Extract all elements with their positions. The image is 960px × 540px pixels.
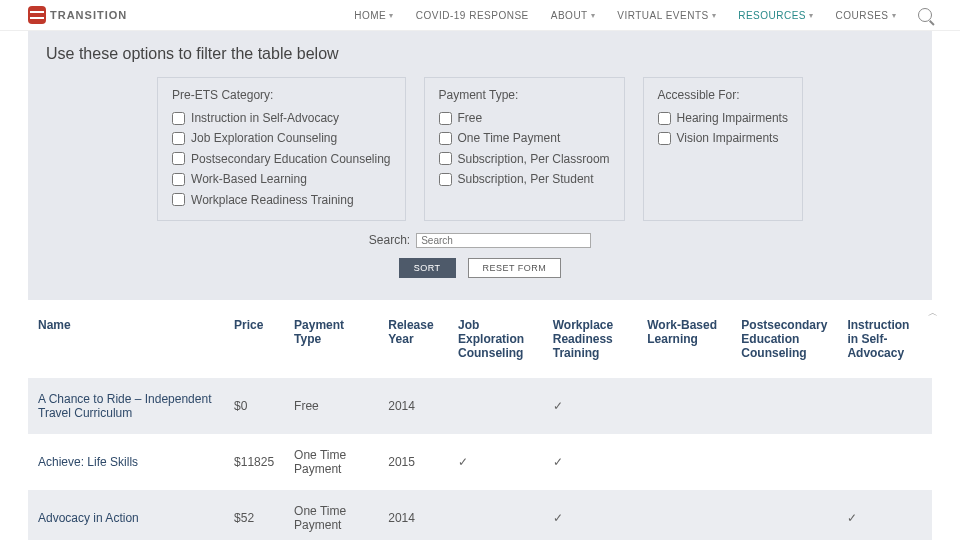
th-price[interactable]: Price — [224, 300, 284, 378]
table-row: A Chance to Ride – Independent Travel Cu… — [28, 378, 932, 434]
checkbox[interactable] — [658, 132, 671, 145]
filter-title: Use these options to filter the table be… — [46, 45, 914, 63]
th-pec[interactable]: Postsecondary Education Counseling — [731, 300, 837, 378]
checkbox[interactable] — [172, 152, 185, 165]
nav-courses[interactable]: COURSES▾ — [836, 10, 896, 21]
cell-price: $52 — [224, 490, 284, 540]
nav-covid[interactable]: COVID-19 RESPONSE — [416, 10, 529, 21]
chevron-down-icon: ▾ — [591, 11, 596, 20]
filter-option[interactable]: Instruction in Self-Advocacy — [172, 108, 390, 128]
filter-option[interactable]: Workplace Readiness Training — [172, 190, 390, 210]
filter-panel: Use these options to filter the table be… — [28, 31, 932, 300]
cell-wrt: ✓ — [543, 490, 637, 540]
filter-option[interactable]: One Time Payment — [439, 128, 610, 148]
cell-ptype: One Time Payment — [284, 490, 378, 540]
filter-groups: Pre-ETS Category: Instruction in Self-Ad… — [46, 77, 914, 221]
nav-home[interactable]: HOME▾ — [354, 10, 394, 21]
sort-button[interactable]: SORT — [399, 258, 456, 278]
table-header-row: Name Price Payment Type Release Year Job… — [28, 300, 932, 378]
cell-name: Achieve: Life Skills — [28, 434, 224, 490]
cell-wbl — [637, 490, 731, 540]
filter-option[interactable]: Hearing Impairments — [658, 108, 788, 128]
cell-name: A Chance to Ride – Independent Travel Cu… — [28, 378, 224, 434]
filter-option[interactable]: Postsecondary Education Counseling — [172, 149, 390, 169]
filter-option[interactable]: Vision Impairments — [658, 128, 788, 148]
cell-ptype: Free — [284, 378, 378, 434]
th-jec[interactable]: Job Exploration Counseling — [448, 300, 543, 378]
th-payment-type[interactable]: Payment Type — [284, 300, 378, 378]
search-row: Search: — [46, 233, 914, 248]
cell-price: $11825 — [224, 434, 284, 490]
nav-items: HOME▾ COVID-19 RESPONSE ABOUT▾ VIRTUAL E… — [354, 8, 932, 22]
cell-year: 2015 — [378, 434, 448, 490]
chevron-down-icon: ▾ — [892, 11, 897, 20]
filter-box-accessible: Accessible For: Hearing Impairments Visi… — [643, 77, 803, 221]
table-body: A Chance to Ride – Independent Travel Cu… — [28, 378, 932, 540]
brand-text: Transition — [50, 9, 127, 21]
cell-jec — [448, 378, 543, 434]
cell-wrt: ✓ — [543, 378, 637, 434]
filter-box-title: Pre-ETS Category: — [172, 88, 390, 102]
row-link[interactable]: Achieve: Life Skills — [38, 455, 138, 469]
cell-pec — [731, 490, 837, 540]
cell-pec — [731, 378, 837, 434]
cell-pec — [731, 434, 837, 490]
checkbox[interactable] — [439, 152, 452, 165]
cell-wbl — [637, 434, 731, 490]
row-link[interactable]: A Chance to Ride – Independent Travel Cu… — [38, 392, 211, 420]
checkbox[interactable] — [658, 112, 671, 125]
cell-isa — [837, 434, 932, 490]
chevron-down-icon: ▾ — [712, 11, 717, 20]
checkbox[interactable] — [439, 132, 452, 145]
filter-option[interactable]: Subscription, Per Classroom — [439, 149, 610, 169]
cell-isa — [837, 378, 932, 434]
filter-box-title: Payment Type: — [439, 88, 610, 102]
cell-year: 2014 — [378, 490, 448, 540]
results-table-wrap: ︿ Name Price Payment Type Release Year J… — [28, 300, 932, 540]
cell-year: 2014 — [378, 378, 448, 434]
row-link[interactable]: Advocacy in Action — [38, 511, 139, 525]
table-row: Advocacy in Action$52One Time Payment201… — [28, 490, 932, 540]
cell-wrt: ✓ — [543, 434, 637, 490]
cell-price: $0 — [224, 378, 284, 434]
checkbox[interactable] — [172, 173, 185, 186]
chevron-down-icon: ▾ — [389, 11, 394, 20]
checkbox[interactable] — [172, 132, 185, 145]
th-name[interactable]: Name — [28, 300, 224, 378]
logo-icon — [28, 6, 46, 24]
results-table: Name Price Payment Type Release Year Job… — [28, 300, 932, 540]
th-wrt[interactable]: Workplace Readiness Training — [543, 300, 637, 378]
th-release-year[interactable]: Release Year — [378, 300, 448, 378]
top-nav: Transition HOME▾ COVID-19 RESPONSE ABOUT… — [0, 0, 960, 31]
button-row: SORT RESET FORM — [46, 258, 914, 278]
search-input[interactable] — [416, 233, 591, 248]
filter-option[interactable]: Work-Based Learning — [172, 169, 390, 189]
brand-logo[interactable]: Transition — [28, 6, 127, 24]
nav-about[interactable]: ABOUT▾ — [551, 10, 595, 21]
cell-name: Advocacy in Action — [28, 490, 224, 540]
table-row: Achieve: Life Skills$11825One Time Payme… — [28, 434, 932, 490]
filter-option[interactable]: Job Exploration Counseling — [172, 128, 390, 148]
checkbox[interactable] — [172, 193, 185, 206]
search-icon[interactable] — [918, 8, 932, 22]
filter-box-payment: Payment Type: Free One Time Payment Subs… — [424, 77, 625, 221]
reset-button[interactable]: RESET FORM — [468, 258, 562, 278]
checkbox[interactable] — [172, 112, 185, 125]
cell-wbl — [637, 378, 731, 434]
chevron-down-icon: ▾ — [809, 11, 814, 20]
cell-jec — [448, 490, 543, 540]
cell-jec: ✓ — [448, 434, 543, 490]
filter-option[interactable]: Subscription, Per Student — [439, 169, 610, 189]
search-label: Search: — [369, 233, 410, 247]
checkbox[interactable] — [439, 112, 452, 125]
th-wbl[interactable]: Work-Based Learning — [637, 300, 731, 378]
th-isa[interactable]: Instruction in Self-Advocacy — [837, 300, 932, 378]
filter-box-title: Accessible For: — [658, 88, 788, 102]
filter-option[interactable]: Free — [439, 108, 610, 128]
cell-ptype: One Time Payment — [284, 434, 378, 490]
nav-resources[interactable]: RESOURCES▾ — [738, 10, 813, 21]
nav-virtual-events[interactable]: VIRTUAL EVENTS▾ — [617, 10, 716, 21]
scroll-up-icon[interactable]: ︿ — [928, 306, 938, 320]
cell-isa: ✓ — [837, 490, 932, 540]
checkbox[interactable] — [439, 173, 452, 186]
